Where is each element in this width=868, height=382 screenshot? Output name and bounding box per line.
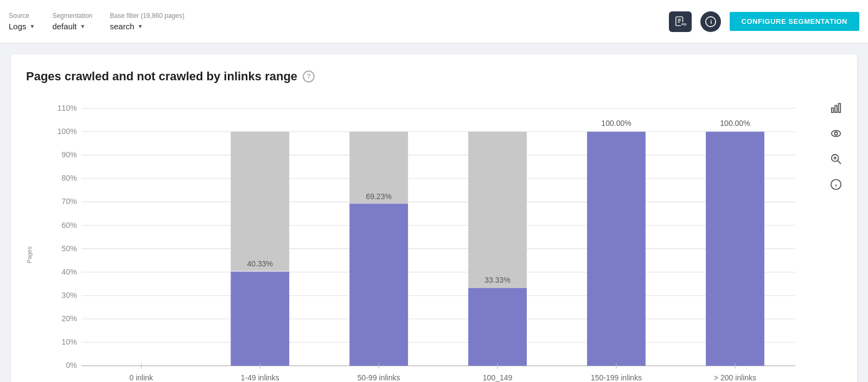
segmentation-control: Segmentation default ▼ — [52, 12, 92, 31]
chart-svg: 110% 100% 90% 80% 70% 60% 50% 40% 30% 20… — [35, 97, 825, 382]
svg-text:100.00%: 100.00% — [720, 119, 750, 128]
info-icon: i — [705, 16, 716, 27]
svg-text:100.00%: 100.00% — [601, 119, 631, 128]
chart-title-text: Pages crawled and not crawled by inlinks… — [26, 69, 297, 84]
svg-text:33.33%: 33.33% — [484, 276, 510, 284]
bar-chart-icon[interactable] — [830, 102, 842, 117]
svg-text:> 200 inlinks: > 200 inlinks — [714, 373, 756, 382]
help-icon[interactable]: ? — [303, 71, 315, 82]
svg-rect-52 — [832, 108, 834, 112]
info-chart-icon[interactable] — [830, 179, 842, 193]
main-content: Pages crawled and not crawled by inlinks… — [0, 43, 868, 382]
svg-text:0%: 0% — [66, 361, 76, 370]
bar-3-notcrawled — [468, 132, 527, 288]
base-filter-value: search — [110, 22, 135, 31]
segmentation-select[interactable]: default ▼ — [52, 22, 92, 31]
source-arrow-icon: ▼ — [30, 23, 35, 29]
chart-title-row: Pages crawled and not crawled by inlinks… — [26, 69, 842, 84]
svg-text:50%: 50% — [62, 244, 77, 253]
svg-text:PDF: PDF — [681, 23, 686, 26]
segmentation-value: default — [52, 22, 76, 31]
svg-rect-53 — [835, 105, 837, 112]
svg-text:100%: 100% — [58, 127, 77, 136]
chart-card: Pages crawled and not crawled by inlinks… — [11, 54, 857, 382]
svg-text:110%: 110% — [58, 104, 77, 112]
source-control: Source Logs ▼ — [9, 12, 35, 31]
svg-text:i: i — [710, 18, 712, 25]
base-filter-label: Base filter (19,860 pages) — [110, 12, 184, 20]
eye-icon[interactable] — [830, 128, 842, 142]
svg-text:40%: 40% — [62, 268, 77, 276]
bar-5-crawled — [706, 132, 764, 366]
base-filter-arrow-icon: ▼ — [138, 23, 143, 29]
chart-area: Pages — [26, 97, 842, 382]
svg-text:60%: 60% — [62, 221, 77, 230]
pdf-icon: PDF — [674, 16, 686, 28]
svg-text:10%: 10% — [62, 338, 77, 346]
chart-right-icons — [830, 97, 842, 382]
svg-text:0 inlink: 0 inlink — [129, 373, 154, 382]
source-value: Logs — [9, 22, 27, 31]
zoom-in-icon[interactable] — [830, 153, 842, 168]
svg-text:30%: 30% — [62, 291, 77, 300]
svg-text:90%: 90% — [62, 150, 77, 159]
svg-text:1-49 inlinks: 1-49 inlinks — [241, 373, 279, 382]
svg-line-58 — [838, 161, 841, 164]
svg-text:100_149: 100_149 — [483, 373, 513, 382]
y-axis-label: Pages — [26, 246, 33, 263]
source-select[interactable]: Logs ▼ — [9, 22, 35, 31]
svg-text:70%: 70% — [62, 197, 77, 206]
configure-segmentation-button[interactable]: CONFIGURE SEGMENTATION — [730, 12, 859, 31]
top-bar: Source Logs ▼ Segmentation default ▼ Bas… — [0, 0, 868, 43]
bar-4-crawled — [587, 132, 646, 366]
svg-text:150-199 inlinks: 150-199 inlinks — [591, 373, 642, 382]
svg-rect-54 — [839, 104, 841, 113]
segmentation-label: Segmentation — [52, 12, 92, 20]
bar-1-notcrawled — [231, 132, 289, 271]
segmentation-arrow-icon: ▼ — [80, 23, 85, 29]
source-label: Source — [9, 12, 35, 20]
svg-text:69.23%: 69.23% — [366, 192, 392, 201]
svg-text:80%: 80% — [62, 174, 77, 182]
base-filter-control: Base filter (19,860 pages) search ▼ — [110, 12, 184, 31]
bar-2-crawled — [349, 203, 408, 366]
svg-text:50-99 inlinks: 50-99 inlinks — [358, 373, 400, 382]
svg-text:40.33%: 40.33% — [247, 259, 273, 268]
svg-text:20%: 20% — [62, 314, 77, 323]
top-bar-right: PDF i CONFIGURE SEGMENTATION — [669, 11, 859, 32]
svg-point-55 — [832, 131, 841, 137]
info-button[interactable]: i — [700, 11, 721, 32]
bar-3-crawled — [468, 288, 527, 366]
base-filter-select[interactable]: search ▼ — [110, 22, 184, 31]
pdf-export-button[interactable]: PDF — [669, 11, 692, 32]
bar-1-crawled — [231, 271, 289, 366]
svg-point-56 — [834, 132, 838, 135]
chart-container: 110% 100% 90% 80% 70% 60% 50% 40% 30% 20… — [35, 97, 825, 382]
